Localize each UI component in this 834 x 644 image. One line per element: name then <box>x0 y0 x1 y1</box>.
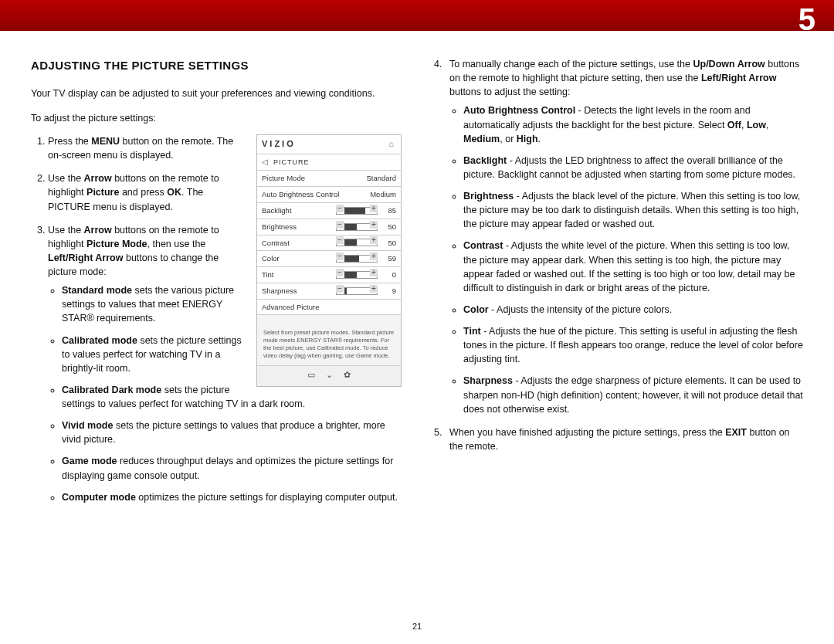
osd-row-picture-mode: Picture ModeStandard <box>257 171 401 187</box>
home-icon: ⌂ <box>388 138 396 151</box>
left-column: ADJUSTING THE PICTURE SETTINGS Your TV d… <box>31 57 402 514</box>
steps-list-right: To manually change each of the picture s… <box>432 57 803 453</box>
gear-icon: ✿ <box>344 369 351 381</box>
right-column: To manually change each of the picture s… <box>432 57 803 514</box>
setting-contrast: Contrast - Adjusts the white level of th… <box>463 239 803 295</box>
setting-backlight: Backlight - Adjusts the LED brightness t… <box>463 154 803 181</box>
slider-icon <box>336 207 378 215</box>
setting-brightness: Brightness - Adjusts the black level of … <box>463 189 803 231</box>
setting-tint: Tint - Adjusts the hue of the picture. T… <box>463 324 803 366</box>
back-arrow-icon: ◁ <box>262 157 269 168</box>
widescreen-icon: ▭ <box>307 369 315 381</box>
osd-row-color: Color59 <box>257 251 401 267</box>
settings-list: Auto Brightness Control - Detects the li… <box>449 103 803 415</box>
osd-brand: VIZIO <box>262 138 296 151</box>
slider-icon <box>336 255 378 263</box>
chapter-number: 5 <box>798 0 815 42</box>
osd-row-advanced: Advanced Picture <box>257 300 401 316</box>
osd-row-contrast: Contrast50 <box>257 236 401 252</box>
mode-computer: Computer mode optimizes the picture sett… <box>62 490 402 504</box>
slider-icon <box>336 239 378 246</box>
setting-color: Color - Adjusts the intensity of the pic… <box>463 303 803 317</box>
osd-row-brightness: Brightness50 <box>257 219 401 236</box>
step-5: When you have finished adjusting the pic… <box>449 425 803 453</box>
page: 5 ADJUSTING THE PICTURE SETTINGS Your TV… <box>0 0 834 644</box>
osd-row-tint: Tint0 <box>257 267 401 283</box>
slider-icon <box>336 271 378 279</box>
chapter-banner: 5 <box>0 0 834 31</box>
osd-row-backlight: Backlight85 <box>257 203 401 219</box>
chevron-down-icon: ⌄ <box>326 369 333 381</box>
osd-note: Select from preset picture modes. Standa… <box>257 315 401 365</box>
osd-section: PICTURE <box>273 158 310 168</box>
osd-row-abc: Auto Brightness ControlMedium <box>257 187 401 203</box>
intro-text: Your TV display can be adjusted to suit … <box>31 86 402 100</box>
osd-header: VIZIO ⌂ <box>257 135 401 154</box>
page-number: 21 <box>0 621 834 633</box>
step-4: To manually change each of the picture s… <box>449 57 803 416</box>
setting-abc: Auto Brightness Control - Detects the li… <box>463 103 803 145</box>
osd-breadcrumb: ◁ PICTURE <box>257 154 401 171</box>
lead-text: To adjust the picture settings: <box>31 111 402 125</box>
mode-game: Game mode reduces throughput delays and … <box>62 454 402 482</box>
setting-sharpness: Sharpness - Adjusts the edge sharpness o… <box>463 374 803 415</box>
content-columns: ADJUSTING THE PICTURE SETTINGS Your TV d… <box>0 31 834 514</box>
osd-screenshot: VIZIO ⌂ ◁ PICTURE Picture ModeStandard A… <box>256 134 402 387</box>
section-heading: ADJUSTING THE PICTURE SETTINGS <box>31 57 402 74</box>
slider-icon <box>336 223 378 231</box>
mode-calibrated-dark: Calibrated Dark mode sets the picture se… <box>62 383 402 411</box>
osd-footer: ▭ ⌄ ✿ <box>257 365 401 386</box>
osd-row-sharpness: Sharpness9 <box>257 283 401 300</box>
mode-vivid: Vivid mode sets the picture settings to … <box>62 419 402 446</box>
slider-icon <box>336 287 378 295</box>
